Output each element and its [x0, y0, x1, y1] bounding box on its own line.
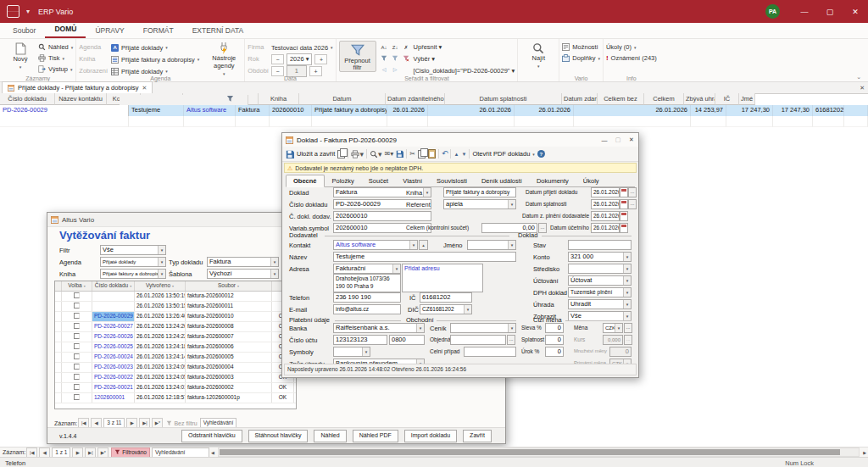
splatnost-field[interactable]: 0	[545, 335, 564, 345]
grid-column-header[interactable]: Datum	[299, 93, 386, 105]
doc-number-link[interactable]: PD-2026-00027	[92, 322, 135, 331]
uhrada-select[interactable]: Uhradit	[568, 299, 632, 309]
remove-filter-icon[interactable]	[401, 53, 412, 63]
minimize-button[interactable]: —	[792, 0, 817, 23]
nazev-field[interactable]: Testujeme	[333, 252, 516, 262]
year-decrement-button[interactable]: −	[271, 54, 284, 64]
find-button[interactable]: Najít▾	[520, 41, 556, 69]
doc-number-link[interactable]: PD-2026-00021	[92, 383, 135, 392]
kontakt-expand-button[interactable]: ▴	[419, 240, 428, 250]
datum-prijeti-browse-button[interactable]	[628, 187, 637, 197]
calendar-icon[interactable]	[620, 211, 628, 221]
save-and-close-button[interactable]: Uložit a zavřít	[297, 150, 335, 158]
table-row[interactable]: PD-2026-00027 26.01.2026 13:24:26 faktur…	[55, 322, 296, 332]
grid-column-header[interactable]: Číslo dokladu	[0, 93, 55, 105]
cislo-dodavatele-field[interactable]: 202600010	[333, 211, 431, 221]
year-increment-button[interactable]: +	[314, 54, 327, 64]
doc-number-link[interactable]: PD-2026-00023	[92, 363, 135, 372]
toggle-filter-button[interactable]: Přepnout filtr	[339, 41, 376, 72]
table-row[interactable]: PD-2026-00025 26.01.2026 13:24:18 faktur…	[55, 342, 296, 353]
grid-cell[interactable]: 17 247,30	[773, 105, 813, 116]
grid-cell[interactable]	[844, 105, 868, 116]
grid-column-header[interactable]: Celkem bez	[598, 93, 644, 105]
grid-cell[interactable]: 17 247,30	[726, 105, 773, 116]
calendar-icon[interactable]	[620, 187, 628, 197]
cenik-select[interactable]	[450, 323, 516, 333]
doc-number-link[interactable]	[92, 292, 135, 301]
telefon-field[interactable]: 236 190 190	[333, 292, 401, 303]
pridat-adresu-link[interactable]: Přidat adresu	[402, 264, 483, 292]
grid-cell[interactable]: 202600010	[270, 105, 312, 116]
grid-cell[interactable]: Faktura	[236, 105, 270, 116]
notifications-button[interactable]: ! Oznámení (243)	[606, 53, 657, 63]
maximize-button[interactable]: ▢	[817, 0, 843, 23]
grid-cell[interactable]: Testujeme	[129, 105, 184, 116]
clear-sort-icon[interactable]: ✗	[401, 42, 412, 52]
grid-column-header[interactable]: Datum splatnosti	[445, 93, 562, 105]
footer-button[interactable]: Náhled PDF	[353, 430, 398, 442]
footer-button[interactable]: Import dokladu	[404, 430, 457, 442]
table-row[interactable]: PD-2026-00023 26.01.2026 13:24:09 faktur…	[55, 363, 296, 373]
doc-number-link[interactable]: PD-2026-00025	[92, 342, 135, 352]
book-selector[interactable]: Přijaté faktury a dobropisy▾	[111, 54, 199, 64]
symboly-select[interactable]	[333, 347, 370, 357]
print-icon[interactable]: ▾	[351, 149, 364, 159]
dialog-tab[interactable]: Obecné	[286, 175, 325, 187]
calendar-icon[interactable]	[620, 199, 628, 209]
banka-select[interactable]: Raiffeisenbank a.s.	[333, 323, 425, 333]
help-icon[interactable]: ?	[537, 150, 545, 158]
filter-selection-icon[interactable]	[379, 53, 390, 63]
grid-cell[interactable]: 26.01.2026	[387, 105, 428, 116]
objednavky-browse-button[interactable]	[507, 335, 515, 345]
open-pdf-dropdown-icon[interactable]: ▾	[532, 149, 535, 159]
grid-column-header[interactable]: Zbývá uhra	[684, 93, 715, 105]
row-checkbox[interactable]	[74, 384, 80, 390]
konto-select[interactable]: 321 000	[568, 252, 632, 262]
last-record-button[interactable]: ▶|	[85, 448, 96, 458]
grid-cell[interactable]: PD-2026-00029	[0, 105, 129, 116]
agenda-selector[interactable]: A Přijaté doklady▾	[111, 42, 199, 53]
grid-column-header[interactable]: Název kontaktu	[55, 93, 107, 105]
typ-dokladu-select[interactable]: Faktura	[207, 257, 279, 267]
grid-column-header[interactable]: Datum zdanitelného plnění dodavatele	[562, 93, 598, 105]
undo-icon[interactable]: ↶	[442, 149, 448, 159]
objednavky-field[interactable]	[450, 335, 506, 345]
row-checkbox[interactable]	[74, 364, 80, 370]
close-button[interactable]: ✕	[843, 0, 868, 23]
previous-record-icon[interactable]: ▲	[453, 149, 459, 159]
output-button[interactable]: Výstup▾	[38, 64, 73, 74]
referent-select[interactable]: apiela	[443, 199, 516, 209]
next-record-button[interactable]: ▶	[72, 448, 83, 458]
mena-select[interactable]: CZK	[603, 323, 623, 333]
dialog-tab[interactable]: Souvislosti	[430, 175, 474, 186]
tab-close-icon[interactable]: ✕	[142, 85, 147, 92]
sort-ascending-icon[interactable]: A↓	[379, 42, 390, 52]
grid-selected-row[interactable]: PD-2026-00029TestujemeAltus softwareFakt…	[0, 105, 868, 116]
search-input[interactable]: Vyhledávání	[152, 448, 209, 458]
grid-cell[interactable]: 14 253,97	[691, 105, 726, 116]
duplicate-icon[interactable]	[337, 150, 345, 158]
collapse-ribbon-icon[interactable]: ⌄	[856, 74, 861, 81]
doc-number-link[interactable]: PD-2026-00022	[92, 373, 135, 382]
vytvoreno-column-header[interactable]: Vytvořeno	[135, 281, 186, 291]
scroll-left-icon[interactable]: ◀	[209, 450, 216, 455]
grid-column-header[interactable]: Datum zdanitelného plnění	[386, 93, 445, 105]
agenda-select[interactable]: Přijaté doklady	[100, 257, 166, 267]
adresa-typ-select[interactable]: Fakturační	[333, 264, 401, 274]
jmeno-select[interactable]	[467, 240, 516, 250]
calendar-icon[interactable]	[620, 223, 628, 233]
sleva-field[interactable]: 0	[545, 323, 564, 333]
dialog-tab[interactable]: Součet	[362, 175, 395, 186]
dialog-tab[interactable]: Položky	[326, 175, 361, 186]
doc-number-link[interactable]: 1202600001	[92, 393, 135, 403]
next-record-icon[interactable]: ▷	[390, 64, 401, 74]
footer-button[interactable]: Zavřít	[463, 430, 492, 442]
stredisko-select[interactable]	[568, 264, 632, 274]
filter-icon[interactable]	[390, 53, 401, 63]
filtr-select[interactable]: Vše	[100, 245, 166, 255]
kod-banky-field[interactable]: 0800	[389, 335, 425, 345]
open-pdf-button[interactable]: Otevřít PDF dokladu	[472, 150, 530, 158]
dialog-tab[interactable]: Vlastní	[396, 175, 429, 186]
no-filter-indicator[interactable]: Bez filtru	[166, 420, 197, 426]
row-checkbox[interactable]	[74, 374, 80, 380]
